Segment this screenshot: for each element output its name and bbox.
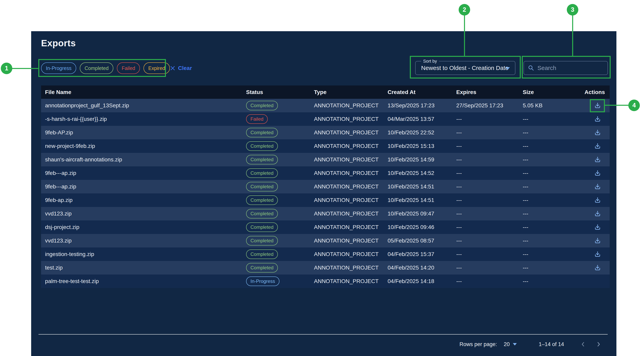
download-icon — [594, 250, 601, 258]
status-cell: Completed — [246, 222, 314, 232]
chevron-right-icon — [596, 341, 602, 347]
table-row: ingestion-testing.zipCompletedANNOTATION… — [41, 247, 610, 261]
status-badge: Completed — [246, 263, 278, 273]
size-cell: --- — [523, 156, 580, 163]
chevron-left-icon — [580, 341, 586, 347]
download-icon — [594, 264, 601, 272]
status-cell: Completed — [246, 236, 314, 246]
download-button[interactable] — [590, 140, 604, 152]
type-cell: ANNOTATION_PROJECT — [314, 184, 388, 190]
next-page-button[interactable] — [594, 340, 603, 349]
rows-per-page-select[interactable]: 20 — [504, 341, 517, 347]
status-cell: Completed — [246, 128, 314, 137]
pagination-bar: Rows per page: 20 1–14 of 14 — [38, 338, 608, 351]
status-cell: Completed — [246, 155, 314, 164]
download-button[interactable] — [590, 208, 604, 220]
download-icon — [594, 169, 601, 177]
file-name-cell: ingestion-testing.zip — [41, 251, 246, 257]
download-button[interactable] — [590, 235, 604, 247]
pagination-range: 1–14 of 14 — [538, 341, 564, 347]
download-icon — [594, 183, 601, 191]
clear-filters-button[interactable]: Clear — [170, 65, 192, 71]
size-cell: --- — [523, 184, 580, 190]
close-icon — [170, 65, 176, 71]
table-row: dsj-project.zipCompletedANNOTATION_PROJE… — [41, 221, 610, 234]
download-icon — [594, 129, 601, 136]
column-header-created-at: Created At — [388, 89, 456, 95]
download-icon — [594, 142, 601, 150]
annotation-number: 3 — [571, 6, 574, 13]
pager-controls — [579, 340, 603, 349]
size-cell: --- — [523, 251, 580, 257]
created-at-cell: 04/Feb/2025 14:20 — [388, 265, 456, 271]
created-at-cell: 04/Mar/2025 13:57 — [388, 116, 456, 122]
download-icon — [594, 156, 601, 163]
annotation-marker-3: 3 — [567, 4, 578, 16]
size-cell: --- — [523, 143, 580, 149]
created-at-cell: 10/Feb/2025 09:47 — [388, 211, 456, 217]
download-icon — [594, 210, 601, 218]
status-cell: Completed — [246, 141, 314, 151]
file-name-cell: -s-harsh-s-rai-{{user}}.zip — [41, 116, 246, 122]
status-badge: Completed — [246, 101, 278, 110]
size-cell: --- — [523, 211, 580, 217]
status-cell: Failed — [246, 114, 314, 124]
type-cell: ANNOTATION_PROJECT — [314, 197, 388, 203]
expires-cell: --- — [456, 238, 523, 244]
table-body: annotationproject_gulf_13Sept.zipComplet… — [41, 99, 610, 288]
column-header-expires: Expires — [456, 89, 523, 95]
expires-cell: --- — [456, 156, 523, 163]
download-button[interactable] — [590, 248, 604, 260]
size-cell: --- — [523, 265, 580, 271]
download-button[interactable] — [590, 195, 604, 206]
expires-cell: --- — [456, 143, 523, 149]
previous-page-button[interactable] — [579, 340, 588, 349]
download-button[interactable] — [590, 221, 604, 233]
type-cell: ANNOTATION_PROJECT — [314, 143, 388, 149]
expires-cell: --- — [456, 170, 523, 176]
type-cell: ANNOTATION_PROJECT — [314, 211, 388, 217]
annotation-number: 2 — [462, 6, 466, 13]
annotation-line-4 — [605, 105, 629, 106]
created-at-cell: 10/Feb/2025 14:52 — [388, 170, 456, 176]
status-badge: Completed — [246, 195, 278, 205]
status-cell: Completed — [246, 182, 314, 192]
expires-cell: --- — [456, 129, 523, 136]
status-badge: Completed — [246, 168, 278, 178]
download-button[interactable] — [590, 154, 604, 165]
type-cell: ANNOTATION_PROJECT — [314, 238, 388, 244]
table-row: shaun's-aircraft-annotations.zipComplete… — [41, 153, 610, 166]
table-row: 9feb-ap.zipCompletedANNOTATION_PROJECT10… — [41, 194, 610, 207]
download-button[interactable] — [590, 181, 604, 193]
status-badge: Completed — [246, 249, 278, 259]
size-cell: 5.05 KB — [523, 102, 580, 109]
file-name-cell: new-project-9feb.zip — [41, 143, 246, 149]
table-row: vvd123.zipCompletedANNOTATION_PROJECT10/… — [41, 207, 610, 221]
download-icon — [594, 223, 601, 231]
file-name-cell: 9feb-ap.zip — [41, 197, 246, 203]
file-name-cell: vvd123.zip — [41, 238, 246, 244]
download-button[interactable] — [590, 113, 604, 125]
status-badge: Completed — [246, 236, 278, 246]
file-name-cell: 9feb---ap.zip — [41, 170, 246, 176]
download-button[interactable] — [590, 167, 604, 179]
file-name-cell: annotationproject_gulf_13Sept.zip — [41, 102, 246, 109]
annotation-line-3 — [572, 15, 573, 56]
created-at-cell: 05/Feb/2025 08:57 — [388, 238, 456, 244]
file-name-cell: vvd123.zip — [41, 211, 246, 217]
status-badge: Completed — [246, 209, 278, 219]
download-button[interactable] — [590, 262, 604, 274]
annotation-marker-4: 4 — [628, 100, 640, 111]
footer-divider — [38, 334, 608, 334]
download-button[interactable] — [590, 127, 604, 138]
expires-cell: --- — [456, 278, 523, 284]
annotation-line-2 — [464, 15, 465, 56]
created-at-cell: 10/Feb/2025 15:13 — [388, 143, 456, 149]
type-cell: ANNOTATION_PROJECT — [314, 170, 388, 176]
size-cell: --- — [523, 129, 580, 136]
expires-cell: --- — [456, 265, 523, 271]
type-cell: ANNOTATION_PROJECT — [314, 156, 388, 163]
created-at-cell: 04/Feb/2025 14:18 — [388, 278, 456, 284]
annotation-marker-2: 2 — [459, 4, 470, 16]
page-title: Exports — [41, 38, 76, 49]
